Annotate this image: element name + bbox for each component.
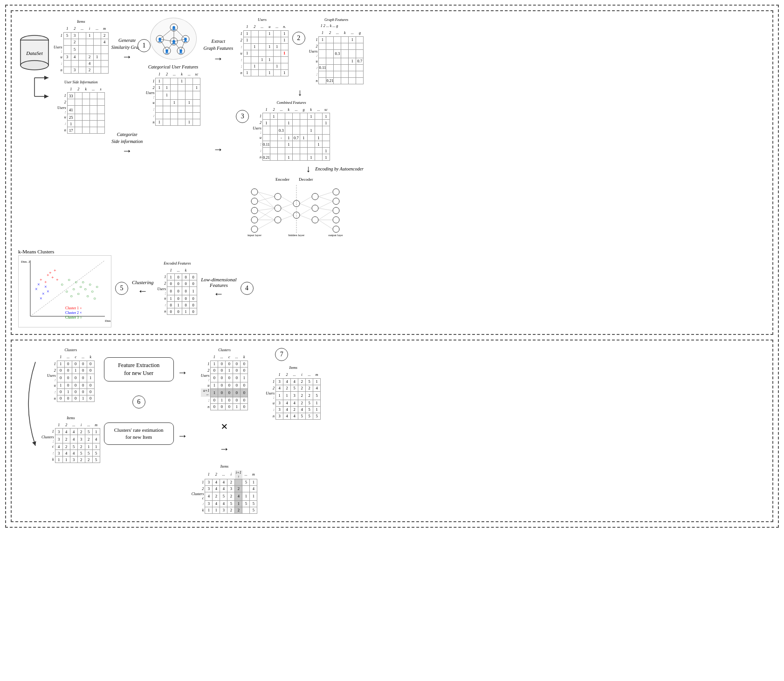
rating-matrices: Items 12... i...m 15312 24 Users :5 u342… <box>54 20 109 134</box>
items-rate-output: Items 12... ii+1 ↑ ...m 13442 51 2344324… <box>192 464 258 514</box>
circle2-area: 2 <box>292 32 305 45</box>
circle3-area: 3 <box>236 110 249 123</box>
encoded-title: Encoded Features <box>164 261 191 266</box>
svg-text:×: × <box>37 282 40 287</box>
categorical-features: Categorical User Features 12... k...sc 1… <box>146 64 201 126</box>
items-cluster-matrix: Items 12... i...m 1344251 Clusters :3243… <box>41 416 100 463</box>
encoded-features: Encoded Features 1...k 11000 20000 Users… <box>157 261 197 315</box>
svg-point-45 <box>333 226 339 232</box>
svg-text:👤: 👤 <box>183 37 188 42</box>
svg-text:○: ○ <box>86 293 89 299</box>
bottom-mid: Feature Extractionfor new User 6 Cluster… <box>104 357 174 445</box>
svg-line-54 <box>258 220 275 229</box>
clustering-arrow-icon: ← <box>138 285 148 297</box>
svg-point-28 <box>251 189 258 195</box>
clustering-label: Clustering <box>132 279 153 285</box>
extract-arrow-icon: → <box>213 53 223 65</box>
down-arrow2-icon: ↓ <box>306 163 310 174</box>
svg-text:×: × <box>44 284 47 289</box>
svg-point-32 <box>251 226 258 232</box>
svg-text:input layer: input layer <box>248 233 262 237</box>
categorize-arrow: Categorize Side information → <box>111 132 143 156</box>
svg-line-60 <box>300 204 312 208</box>
svg-text:👤: 👤 <box>172 40 176 44</box>
svg-text:Cluster 1 +: Cluster 1 + <box>65 306 82 310</box>
svg-line-51 <box>258 211 275 220</box>
lowdim-arrow: Low-dimensional Features ← <box>201 277 236 300</box>
svg-text:Dim. 2: Dim. 2 <box>21 260 30 264</box>
clusters-output: Clusters 1... c...k 110000 200100 Users … <box>192 348 258 410</box>
svg-line-55 <box>281 197 293 204</box>
svg-line-59 <box>300 197 312 204</box>
svg-text:+: + <box>56 277 59 282</box>
svg-text:×: × <box>35 286 38 292</box>
svg-text:+: + <box>51 275 54 280</box>
network-graph-icon: 👤 👤 👤 👤 👤 👤 <box>150 18 197 60</box>
main-container: DataSet Items <box>5 5 779 528</box>
kmeans-svg: + + + + + + + × × × × × × ○ ○ <box>18 255 111 327</box>
curved-arrow-area <box>19 357 38 450</box>
user-side-info-matrix: User Side Information 12k ...s 133 2 Use… <box>54 80 109 134</box>
svg-point-2 <box>21 61 48 70</box>
svg-line-61 <box>300 208 312 215</box>
items-cluster-title: Items <box>67 416 75 420</box>
svg-text:👤: 👤 <box>172 26 176 30</box>
svg-text:○: ○ <box>93 296 96 301</box>
circle-6: 6 <box>132 395 145 409</box>
svg-line-58 <box>281 215 293 220</box>
side-info-table: 12k ...s 133 2 Users :41 u25 :1 n17 <box>57 86 105 134</box>
step2-row: Users 12... u...n. 1111 211 :111 u11 : <box>236 18 364 84</box>
svg-point-42 <box>333 198 339 204</box>
svg-text:○: ○ <box>89 282 91 287</box>
svg-point-30 <box>251 207 258 214</box>
svg-line-65 <box>318 201 333 208</box>
clusters-output-table: 1... c...k 110000 200100 Users :00001 u1… <box>201 354 248 410</box>
combined-table: 12... k...g k...sc 1111 2111 Users :0.31… <box>253 107 330 161</box>
kmeans-area: k-Means Clusters + + + + + + + × <box>18 249 111 327</box>
feature-extraction-box: Feature Extractionfor new User <box>104 357 174 381</box>
svg-text:+: + <box>40 277 42 282</box>
svg-point-39 <box>312 205 318 211</box>
bottom-left-matrices: Clusters 1... c...k 110000 200100 Users … <box>41 348 100 463</box>
svg-point-44 <box>333 217 339 223</box>
svg-point-29 <box>251 198 258 204</box>
graph-features-title: Graph Features <box>324 18 348 22</box>
svg-point-34 <box>275 205 281 211</box>
svg-line-63 <box>318 192 333 197</box>
encoding-label: Encoding by Autoencoder <box>315 166 364 171</box>
bottom-mid-arrows: → → <box>178 367 188 442</box>
svg-text:×: × <box>42 291 45 296</box>
svg-text:○: ○ <box>91 289 94 294</box>
bottom-section: Clusters 1... c...k 110000 200100 Users … <box>11 340 773 522</box>
svg-text:○: ○ <box>84 286 87 292</box>
svg-text:👤: 👤 <box>158 37 162 42</box>
circle-2: 2 <box>292 32 305 45</box>
circle-1: 1 <box>138 39 151 52</box>
svg-line-66 <box>318 208 333 211</box>
svg-line-67 <box>318 211 333 220</box>
svg-text:+: + <box>54 268 56 273</box>
circle1-area: 1 <box>138 39 151 52</box>
right-arrow5-icon: → <box>192 443 258 455</box>
times-sign: × <box>192 420 258 434</box>
svg-point-40 <box>312 217 318 223</box>
dataset-arrows-icon <box>18 75 51 99</box>
svg-text:○: ○ <box>79 284 82 289</box>
step4-5-row: k-Means Clusters + + + + + + + × <box>16 247 768 329</box>
combined-features-matrix: Combined Features 12... k...g k...sc 111… <box>253 101 330 161</box>
cat-arrow-icon: → <box>122 146 132 156</box>
svg-line-69 <box>318 220 333 229</box>
svg-text:×: × <box>40 296 42 301</box>
extract-label2: Graph Features <box>203 46 233 51</box>
lowdim-label1: Low-dimensional <box>201 277 236 282</box>
encoder-label: Encoder <box>275 177 289 182</box>
right-arrow3-icon: → <box>178 367 188 379</box>
items-rate-title: Items <box>220 464 228 469</box>
combined-title: Combined Features <box>277 101 306 105</box>
svg-line-49 <box>258 201 275 208</box>
encoding-row: ↓ Encoding by Autoencoder <box>236 163 364 174</box>
circle-5: 5 <box>115 282 128 295</box>
circle-7: 7 <box>275 348 288 361</box>
autoencoder-svg: input layer hidden layer output layer <box>245 183 343 238</box>
gen-sim-label: Generate <box>118 38 136 43</box>
